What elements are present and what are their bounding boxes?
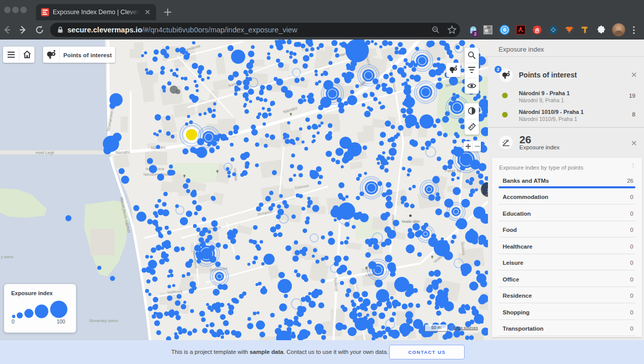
svg-text:Husův dům: Husův dům (402, 220, 420, 223)
svg-text:Národní: Národní (116, 150, 131, 155)
svg-text:Slovanský ostrov: Slovanský ostrov (89, 318, 118, 323)
svg-text:most Legii: most Legii (35, 150, 54, 155)
svg-text:ý ostrov: ý ostrov (1, 255, 14, 259)
